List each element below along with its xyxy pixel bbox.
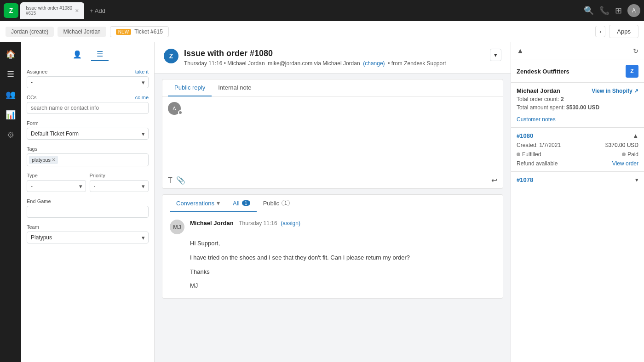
conv-time: Thursday 11:16 [239, 220, 277, 226]
type-priority-row: Type - Priority - [27, 173, 149, 198]
conv-author-name: Michael Jordan [190, 220, 234, 226]
reply-textarea[interactable] [183, 102, 497, 166]
sidebar-contacts-icon[interactable]: 👥 [2, 86, 19, 103]
attach-icon[interactable]: 📎 [176, 176, 185, 185]
order-1080-date-amount: Created: 1/7/2021 $370.00 USD [517, 142, 638, 148]
tags-container[interactable]: platypus × [27, 153, 149, 166]
conv-tab-public[interactable]: Public 1 [257, 195, 297, 212]
assignee-select-wrapper: - [27, 76, 149, 88]
rs-total-amount: Total amount spent: $530.00 USD [517, 104, 638, 111]
conv-tab-all[interactable]: All 1 [226, 195, 257, 212]
reply-toolbar: T 📎 ↩ [162, 172, 503, 188]
conversations-section: Conversations ▾ All 1 Public 1 MJ Michae… [162, 194, 503, 299]
type-select[interactable]: - [27, 180, 86, 192]
zendesk-logo: Z [164, 49, 178, 63]
active-tab[interactable]: Issue with order #1080 #615 × [20, 2, 84, 19]
priority-group: Priority - [90, 173, 149, 192]
nav-arrow-button[interactable]: › [595, 26, 605, 37]
sidebar-settings-icon[interactable]: ⚙ [2, 127, 19, 143]
panel-tab-list-icon[interactable]: ☰ [91, 48, 109, 61]
right-sidebar: ▲ ↻ Zendesk Outfitters Z Michael Jordan … [511, 42, 644, 362]
sidebar-reports-icon[interactable]: 📊 [2, 107, 19, 123]
tab-close-icon[interactable]: × [75, 7, 79, 14]
order-1080-id[interactable]: #1080 [517, 132, 533, 139]
priority-select-wrapper: - [90, 180, 149, 192]
phone-icon[interactable]: 📞 [599, 6, 610, 16]
order-paid-status: Paid [622, 151, 638, 158]
tag-remove-icon[interactable]: × [52, 157, 55, 163]
ticket-dropdown[interactable]: ▾ [490, 49, 501, 61]
order-1080-status-row: Fulfilled Paid [517, 151, 638, 158]
fulfilled-dot [517, 153, 520, 156]
ticket-meta: Thursday 11:16 • Michael Jordan mike@jor… [184, 60, 446, 67]
rs-brand-name: Zendesk Outfitters [517, 68, 569, 75]
undo-icon[interactable]: ↩ [491, 176, 497, 185]
conv-header: Conversations ▾ All 1 Public 1 [162, 195, 503, 212]
ticket-header-left: Z Issue with order #1080 Thursday 11:16 … [164, 49, 446, 67]
sidebar-home-icon[interactable]: 🏠 [2, 46, 19, 62]
ccs-label: CCs cc me [27, 95, 149, 100]
tags-label: Tags [27, 146, 149, 152]
top-nav: Z Issue with order #1080 #615 × + Add 🔍 … [0, 0, 644, 21]
rs-collapse-button[interactable]: ▲ [517, 47, 524, 55]
paid-dot [622, 153, 626, 156]
text-format-icon[interactable]: T [168, 176, 172, 185]
order-1078-id[interactable]: #1078 [517, 176, 533, 183]
end-game-group: End Game [27, 198, 149, 218]
customer-notes-link[interactable]: Customer notes [511, 113, 644, 128]
user-avatar[interactable]: A [627, 4, 640, 17]
ccs-group: CCs cc me [27, 95, 149, 114]
sidebar-tickets-icon[interactable]: ☰ [2, 66, 19, 83]
priority-select[interactable]: - [90, 180, 149, 192]
reply-avatar: A [168, 102, 183, 115]
conv-author-info: Michael Jordan Thursday 11:16 (assign) [190, 220, 300, 226]
ticket-tab-label: Ticket #615 [134, 28, 163, 35]
form-select[interactable]: Default Ticket Form [27, 128, 149, 140]
conv-tab-conversations[interactable]: Conversations ▾ [170, 195, 226, 212]
order-1078-collapse-icon[interactable]: ▾ [635, 176, 638, 183]
assignee-select[interactable]: - [27, 76, 149, 88]
view-order-link[interactable]: View order [612, 160, 638, 167]
order-fulfilled-status: Fulfilled [517, 151, 541, 158]
assignee-group: Assignee take it - [27, 69, 149, 88]
form-label: Form [27, 120, 149, 126]
end-game-input[interactable] [27, 206, 149, 218]
tab-internal-note[interactable]: Internal note [212, 79, 258, 96]
change-link[interactable]: (change) [363, 60, 385, 67]
rs-refresh-button[interactable]: ↻ [633, 47, 638, 55]
panel-tab-person-icon[interactable]: 👤 [67, 48, 87, 61]
order-1080-header: #1080 ▲ [517, 132, 638, 139]
assign-link[interactable]: (assign) [281, 220, 300, 226]
brand-icon: Z [626, 65, 638, 78]
breadcrumb-michael-jordan[interactable]: Michael Jordan [58, 27, 106, 37]
team-select[interactable]: Platypus [27, 232, 149, 243]
conversation-message: MJ Michael Jordan Thursday 11:16 (assign… [162, 212, 503, 298]
new-badge: NEW [116, 29, 131, 35]
team-group: Team Platypus [27, 224, 149, 243]
apps-icon[interactable]: ⊞ [615, 6, 622, 16]
apps-button[interactable]: Apps [609, 25, 638, 38]
ccs-input[interactable] [27, 102, 149, 114]
search-icon[interactable]: 🔍 [584, 6, 594, 16]
team-select-wrapper: Platypus [27, 232, 149, 243]
tab-public-reply[interactable]: Public reply [168, 79, 212, 96]
assignee-label: Assignee take it [27, 69, 149, 74]
left-sidebar: 🏠 ☰ 👥 📊 ⚙ [0, 42, 21, 362]
cc-me-link[interactable]: cc me [135, 95, 149, 100]
logo-icon: Z [4, 3, 18, 18]
breadcrumb-ticket[interactable]: NEW Ticket #615 [110, 26, 169, 37]
take-it-link[interactable]: take it [135, 69, 149, 74]
view-in-shopify-link[interactable]: View in Shopify ↗ [592, 88, 638, 94]
breadcrumb-jordan-create[interactable]: Jordan (create) [6, 27, 54, 37]
add-tab-button[interactable]: + Add [86, 7, 109, 14]
all-count-badge: 1 [242, 200, 250, 206]
secondary-nav: Jordan (create) Michael Jordan NEW Ticke… [0, 21, 644, 42]
fields-panel-header: 👤 ☰ [27, 48, 149, 65]
conv-avatar: MJ [170, 220, 184, 234]
order-1080-collapse-icon[interactable]: ▲ [632, 132, 638, 139]
top-nav-right: 🔍 📞 ⊞ A [584, 4, 640, 17]
ticket-header: Z Issue with order #1080 Thursday 11:16 … [155, 42, 511, 74]
ticket-area: Z Issue with order #1080 Thursday 11:16 … [155, 42, 511, 362]
rs-total-orders: Total order count: 2 [517, 96, 638, 102]
rs-customer: Michael Jordan View in Shopify ↗ Total o… [511, 83, 644, 113]
